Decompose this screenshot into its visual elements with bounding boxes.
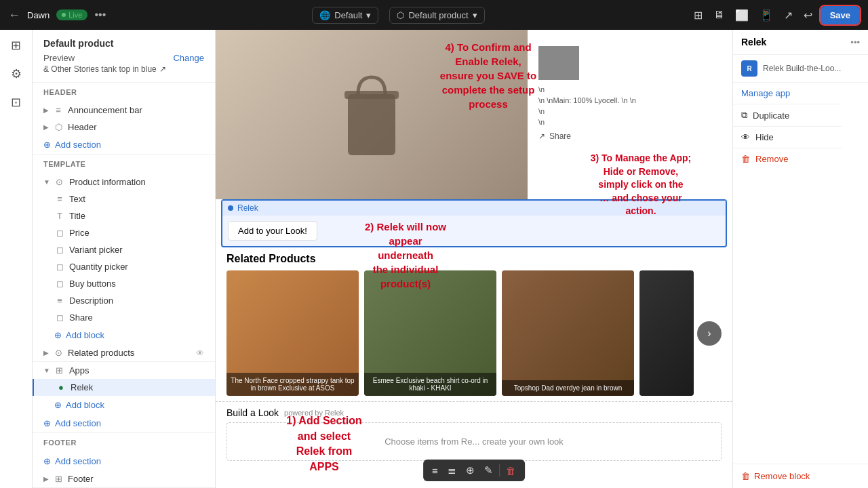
add-block-apps-label: Add block [66,400,104,410]
duplicate-label: Duplicate [753,110,789,121]
ftb-align-icon[interactable]: ≡ [429,463,441,479]
template-section-label: Template [33,155,215,174]
build-look-header: Build a Look powered by Relek [226,407,722,418]
footer-section-label: Footer [33,433,215,452]
tree-item-text[interactable]: ≡ Text [33,190,215,207]
tree-item-product-info[interactable]: ▼ ⊙ Product information [33,174,215,190]
manage-app-link[interactable]: Manage app [733,83,868,104]
mobile-icon[interactable]: 📱 [757,6,776,24]
tree-item-relek[interactable]: ● Relek [33,379,215,396]
plus-icon5: ⊕ [43,456,51,466]
globe-icon: 🌐 [319,10,330,20]
save-button[interactable]: Save [821,6,860,24]
product-info: \n \n \nMain: 100% Lyocell. \n \n \n \n … [528,30,732,199]
tree-item-description[interactable]: ≡ Description [33,292,215,309]
tree-item-related-products[interactable]: ▶ ⊙ Related products 👁 [33,344,215,361]
tree-item-announcement-bar[interactable]: ▶ ≡ Announcement bar [33,102,215,119]
right-panel-dots[interactable]: ••• [850,37,860,47]
product-card-1-label: The North Face cropped strappy tank top … [226,373,359,396]
header-section-label: Header [33,83,215,102]
remove-label: Remove [755,154,788,164]
chevron-icon4: ▶ [43,349,49,357]
remove-block-icon: 🗑 [741,471,750,481]
product-card-3-label: Topshop Dad overdye jean in brown [502,380,634,396]
powered-by-label: powered by Relek [284,409,344,417]
ftb-edit-icon[interactable]: ✎ [481,462,496,479]
hide-icon: 👁 [741,132,750,142]
undo-icon[interactable]: ↩ [801,6,815,24]
share-icon[interactable]: ↗ [781,6,795,24]
tree-item-apps[interactable]: ▼ ⊞ Apps [33,362,215,379]
hide-option[interactable]: 👁 Hide [733,126,842,148]
tree-item-variant-picker[interactable]: ◻ Variant picker [33,241,215,258]
product-detail-3: \n [538,107,722,115]
add-look-button[interactable]: Add to your Look! [228,221,317,241]
back-button[interactable]: ← [8,8,20,22]
tree-item-header[interactable]: ▶ ⬡ Header [33,119,215,136]
duplicate-icon: ⧉ [741,110,747,121]
add-section-template-btn[interactable]: ⊕ Add section [33,414,215,432]
product-card-2-label: Esmee Exclusive beach shirt co-ord in kh… [364,373,496,396]
sections-icon[interactable]: ⊞ [11,38,21,53]
ftb-list-icon[interactable]: ≣ [444,462,460,479]
view-settings-icon[interactable]: ⊞ [691,6,705,24]
tablet-icon[interactable]: ⬜ [732,6,751,24]
share-icon-product: ↗ [538,131,545,141]
add-block-btn[interactable]: ⊕ Add block [33,326,215,344]
apps-icon[interactable]: ⊡ [11,95,21,110]
chevron-down-icon2: ▾ [473,10,477,20]
tree-item-share[interactable]: ◻ Share [33,309,215,326]
desktop-icon[interactable]: 🖥 [711,6,727,24]
chevron-icon3: ▼ [43,178,50,186]
preview-sub: & Other Stories tank top in blue ↗ [43,64,204,74]
footer-label: Footer [68,474,204,484]
product-card-4[interactable] [639,270,694,396]
panel-title: Default product [43,38,204,49]
product-card-1[interactable]: The North Face cropped strappy tank top … [226,270,359,396]
duplicate-option[interactable]: ⧉ Duplicate [733,104,842,126]
tree-item-quantity[interactable]: ◻ Quantity picker [33,258,215,275]
add-block-apps-btn[interactable]: ⊕ Add block [33,396,215,414]
quantity-label: Quantity picker [69,262,204,272]
change-link[interactable]: Change [173,53,204,63]
desc-label: Description [69,296,204,306]
more-button[interactable]: ••• [94,9,106,21]
remove-icon: 🗑 [741,154,750,164]
eye-icon: 👁 [196,348,204,358]
preview-sub-text: & Other Stories tank top in blue [43,64,157,74]
remove-block-btn[interactable]: 🗑 Remove block [733,464,868,488]
relek-bar-label: Relek [237,203,258,213]
relek-dot-icon: ● [56,382,66,392]
default-selector[interactable]: 🌐 Default ▾ [312,7,378,24]
external-link-icon: ↗ [159,64,166,74]
apps-section-group: ▼ ⊞ Apps ● Relek ⊕ Add block ⊕ Add secti… [33,362,215,433]
apps-icon-tree: ⊞ [54,365,65,375]
tree-item-title[interactable]: T Title [33,207,215,224]
buy-icon: ◻ [54,279,65,289]
share-row[interactable]: ↗ Share [538,131,722,141]
product-card-2[interactable]: Esmee Exclusive beach shirt co-ord in kh… [364,270,496,396]
topbar-right: ⊞ 🖥 ⬜ 📱 ↗ ↩ Save [691,6,860,24]
ftb-delete-icon[interactable]: 🗑 [502,463,519,479]
carousel-next-btn[interactable]: › [697,321,722,346]
tree-item-footer[interactable]: ▶ ⊞ Footer [33,470,215,487]
plus-icon2: ⊕ [54,330,62,340]
live-dot [62,13,66,17]
add-section-footer-btn[interactable]: ⊕ Add section [33,452,215,470]
plus-icon: ⊕ [43,140,51,150]
variant-icon: ◻ [54,245,65,255]
remove-option[interactable]: 🗑 Remove [733,148,842,169]
tree-item-buy-buttons[interactable]: ◻ Buy buttons [33,275,215,292]
live-badge: Live [56,9,87,20]
settings-icon[interactable]: ⚙ [11,66,22,81]
product-card-3[interactable]: Topshop Dad overdye jean in brown [502,270,634,396]
add-section-template-label: Add section [55,418,101,428]
default-product-selector[interactable]: ⬡ Default product ▾ [389,7,484,24]
preview-label: Preview [43,53,75,63]
add-section-header-btn[interactable]: ⊕ Add section [33,136,215,154]
footer-icon: ⊞ [53,474,64,484]
product-detail-4: \n [538,118,722,126]
tree-item-price[interactable]: ◻ Price [33,224,215,241]
ftb-link-icon[interactable]: ⊕ [462,462,478,479]
right-panel-title: Relek [741,37,766,47]
